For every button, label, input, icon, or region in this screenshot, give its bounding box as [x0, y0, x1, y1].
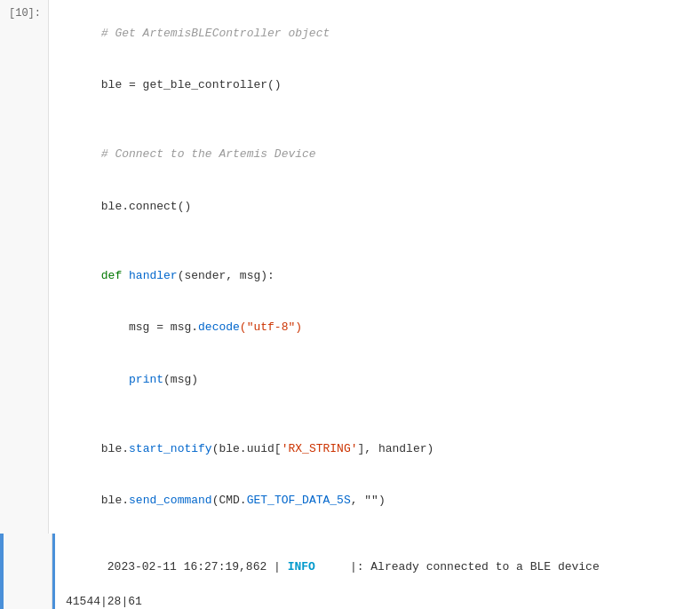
send-args-end: , ""): [351, 494, 386, 507]
code-line-1: # Get ArtemisBLEController object: [60, 7, 689, 59]
data-output-container: 41544|28|6141791|30|6142044|30|6142293|3…: [66, 593, 689, 610]
send-args-start: (CMD.: [212, 494, 247, 507]
fn-decode: decode: [198, 320, 240, 334]
fn-print: print: [129, 373, 163, 386]
notify-args-start: (ble.uuid[: [212, 442, 282, 455]
info-separator: |: Already connected to a BLE device: [315, 560, 600, 573]
code-ble-send: ble.: [101, 494, 129, 507]
code-line-10: [60, 406, 689, 423]
str-rx-string: 'RX_STRING': [282, 442, 358, 455]
data-line-0: 41544|28|61: [66, 593, 689, 610]
code-line-6: [60, 233, 689, 250]
cell-execution-count: [10]:: [9, 7, 41, 20]
fn-start-notify: start_notify: [129, 442, 212, 455]
keyword-def: def: [101, 269, 129, 282]
code-ble-connect: ble.connect(): [101, 200, 191, 213]
comment-2: # Connect to the Artemis Device: [101, 147, 316, 161]
code-line-12: ble.send_command(CMD.GET_TOF_DATA_5S, ""…: [60, 475, 689, 527]
code-line-11: ble.start_notify(ble.uuid['RX_STRING'], …: [60, 423, 689, 475]
fn-handler: handler: [129, 269, 178, 282]
cell-label: [10]:: [0, 0, 49, 534]
code-text-2: ble = get_ble_controller(): [101, 78, 282, 91]
code-line-2: ble = get_ble_controller(): [60, 59, 689, 112]
code-line-9: print(msg): [60, 353, 689, 406]
output-cell: 2023-02-11 16:27:19,862 | INFO |: Alread…: [0, 534, 700, 609]
output-info-line: 2023-02-11 16:27:19,862 | INFO |: Alread…: [66, 541, 689, 593]
print-args: (msg): [163, 373, 198, 386]
code-ble-start: ble.: [101, 442, 129, 455]
code-block[interactable]: # Get ArtemisBLEController object ble = …: [49, 0, 700, 534]
notify-args-end: ], handler): [358, 442, 434, 455]
log-level: INFO: [288, 560, 315, 573]
timestamp: 2023-02-11 16:27:19,862 |: [107, 560, 288, 573]
comment-1: # Get ArtemisBLEController object: [101, 27, 330, 40]
fn-send-command: send_command: [129, 494, 212, 507]
fn-get-tof: GET_TOF_DATA_5S: [247, 494, 351, 507]
input-cell: [10]: # Get ArtemisBLEController object …: [0, 0, 700, 534]
output-gutter: [4, 534, 52, 609]
code-line-3: [60, 111, 689, 129]
handler-args: (sender, msg):: [178, 269, 274, 282]
output-content: 2023-02-11 16:27:19,862 | INFO |: Alread…: [52, 534, 700, 609]
code-line-4: # Connect to the Artemis Device: [60, 129, 689, 181]
code-indent: [101, 373, 129, 386]
str-utf8: ("utf-8"): [240, 320, 302, 334]
code-line-8: msg = msg.decode("utf-8"): [60, 302, 689, 354]
code-msg-decode-start: msg = msg.: [101, 320, 198, 334]
code-line-7: def handler(sender, msg):: [60, 249, 689, 302]
code-line-5: ble.connect(): [60, 180, 689, 233]
